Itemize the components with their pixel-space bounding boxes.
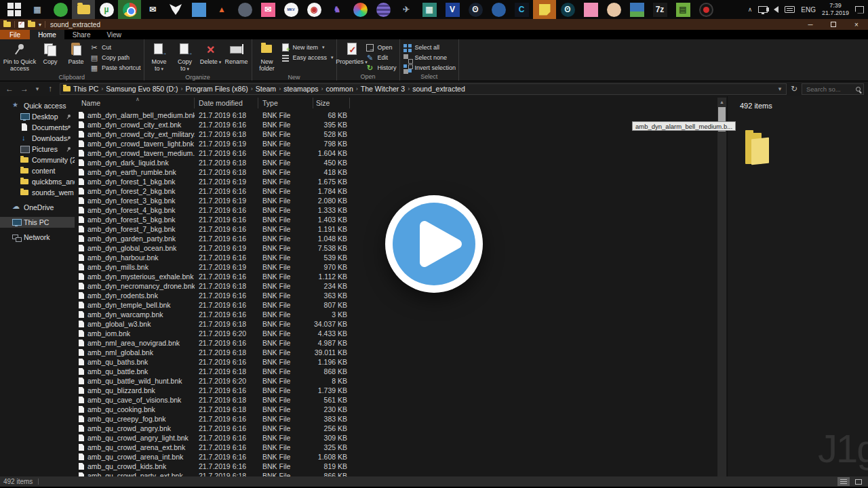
sidebar-item-content[interactable]: content <box>0 165 75 176</box>
table-row[interactable]: amb_dyn_dark_liquid.bnk21.7.2019 6:18BNK… <box>76 158 350 167</box>
up-button[interactable]: ↑ <box>45 84 56 94</box>
keyboard-icon[interactable] <box>785 6 795 13</box>
table-row[interactable]: amb_dyn_mills.bnk21.7.2019 6:19BNK File9… <box>76 262 350 272</box>
table-row[interactable]: amb_qu_crowd_angry.bnk21.7.2019 6:16BNK … <box>76 424 350 433</box>
history-button[interactable]: History <box>366 64 397 72</box>
table-row[interactable]: amb_dyn_garden_party.bnk21.7.2019 6:16BN… <box>76 234 350 243</box>
ribbon-tab-view[interactable]: View <box>99 30 130 39</box>
sidebar-item-this-pc[interactable]: This PC <box>0 217 75 228</box>
properties-button[interactable]: Properties▾ <box>340 41 364 65</box>
breadcrumb-item-steam[interactable]: Steam <box>256 85 276 93</box>
sidebar-item-downloads[interactable]: Downloads <box>0 133 75 144</box>
file-explorer-icon-slot[interactable] <box>72 0 95 19</box>
column-header-name[interactable]: Name ∧ <box>76 98 195 108</box>
breadcrumb-item-samsung-evo-850-d-[interactable]: Samsung Evo 850 (D:) <box>106 85 178 93</box>
copy-path-button[interactable]: Copy path <box>90 54 141 62</box>
sidebar-item-network[interactable]: Network <box>0 232 75 243</box>
breadcrumb-item-steamapps[interactable]: steamapps <box>283 85 318 93</box>
column-header-size[interactable]: Size <box>313 98 350 108</box>
seven-zip-icon-slot[interactable]: 7z <box>648 0 671 19</box>
address-dropdown-chevron-icon[interactable]: ▾ <box>776 85 783 92</box>
sidebar-item-onedrive[interactable]: OneDrive <box>0 202 75 213</box>
breadcrumb-item-common[interactable]: common <box>326 85 353 93</box>
table-row[interactable]: amb_dyn_earth_rumble.bnk21.7.2019 6:18BN… <box>76 167 350 177</box>
table-row[interactable]: amb_qu_creepy_fog.bnk21.7.2019 6:16BNK F… <box>76 414 350 424</box>
select-none-button[interactable]: Select none <box>403 54 456 62</box>
sidebar-item-pictures[interactable]: Pictures <box>0 144 75 155</box>
phone-icon-slot[interactable] <box>187 0 210 19</box>
rename-button[interactable]: Rename <box>224 41 249 65</box>
table-row[interactable]: amb_qu_crowd_angry_light.bnk21.7.2019 6:… <box>76 433 350 443</box>
table-row[interactable]: amb_dyn_necromancy_drone.bnk21.7.2019 6:… <box>76 281 350 291</box>
green-globe-icon-slot[interactable] <box>49 0 72 19</box>
table-row[interactable]: amb_dyn_crowd_city_ext_military.bnk21.7.… <box>76 129 350 139</box>
copy-button[interactable]: Copy <box>38 41 62 65</box>
select-all-button[interactable]: Select all <box>403 43 456 52</box>
edit-button[interactable]: Edit <box>366 54 397 62</box>
table-row[interactable]: amb_dyn_forest_2_bkg.bnk21.7.2019 6:16BN… <box>76 186 350 196</box>
vlc-cone-icon-slot[interactable]: ▲ <box>210 0 233 19</box>
invert-selection-button[interactable]: Invert selection <box>403 64 456 72</box>
sidebar-item-desktop[interactable]: Desktop <box>0 111 75 122</box>
paste-button[interactable]: Paste <box>64 41 88 65</box>
column-header-type[interactable]: Type <box>258 98 313 108</box>
paste-shortcut-button[interactable]: Paste shortcut <box>90 64 141 72</box>
column-header-date-modified[interactable]: Date modified <box>195 98 258 108</box>
close-button[interactable]: × <box>845 19 868 30</box>
sidebar-item-sounds-wem[interactable]: sounds_wem <box>0 187 75 198</box>
sidebar-item-quick-access[interactable]: Quick access <box>0 100 75 111</box>
breadcrumb-item-program-files-x86-[interactable]: Program Files (x86) <box>186 85 248 93</box>
qat-properties-icon[interactable] <box>18 22 24 28</box>
table-row[interactable]: amb_dyn_forest_3_bkg.bnk21.7.2019 6:19BN… <box>76 196 350 205</box>
table-row[interactable]: amb_dyn_temple_bell.bnk21.7.2019 6:16BNK… <box>76 300 350 310</box>
delete-button[interactable]: Delete▾ <box>199 41 223 65</box>
search-input[interactable] <box>805 85 854 94</box>
search-box[interactable] <box>802 83 864 95</box>
qat-new-folder-icon[interactable] <box>28 22 35 27</box>
table-row[interactable]: amb_qu_crowd_arena_int.bnk21.7.2019 6:16… <box>76 452 350 462</box>
cyberduck-icon-slot[interactable]: C <box>510 0 533 19</box>
purple-bird-icon-slot[interactable]: ♞ <box>326 0 349 19</box>
move-to-button[interactable]: Move to▾ <box>147 41 172 73</box>
table-row[interactable]: amb_dyn_harbour.bnk21.7.2019 6:16BNK Fil… <box>76 253 350 262</box>
steam-2-icon-slot[interactable]: ʘ <box>556 0 579 19</box>
sticky-notes-icon-slot[interactable] <box>533 0 556 19</box>
ribbon-tab-share[interactable]: Share <box>64 30 99 39</box>
table-row[interactable]: amb_dyn_crowd_tavern_light.bnk21.7.2019 … <box>76 139 350 148</box>
table-row[interactable]: amb_dyn_crowd_tavern_medium.bnk21.7.2019… <box>76 148 350 158</box>
table-row[interactable]: amb_global_w3.bnk21.7.2019 6:18BNK File3… <box>76 319 350 329</box>
pin-to-quick-access-button[interactable]: Pin to Quick access <box>3 41 37 73</box>
sidebar-item-community-2009-[interactable]: Community (2009) <box>0 155 75 165</box>
pink-mail-icon-slot[interactable]: ✉ <box>256 0 279 19</box>
clock[interactable]: 7:39 21.7.2019 <box>822 2 849 18</box>
sidebar-item-quickbms-and-scrip[interactable]: quickbms_and_scrip <box>0 176 75 187</box>
table-row[interactable]: amb_qu_cave_of_visions.bnk21.7.2019 6:18… <box>76 395 350 405</box>
table-row[interactable]: amb_qu_baths.bnk21.7.2019 6:16BNK File1.… <box>76 357 350 367</box>
table-row[interactable]: amb_dyn_forest_7_bkg.bnk21.7.2019 6:16BN… <box>76 224 350 234</box>
table-row[interactable]: amb_dyn_global_ocean.bnk21.7.2019 6:19BN… <box>76 243 350 253</box>
table-row[interactable]: amb_dyn_mysterious_exhale.bnk21.7.2019 6… <box>76 272 350 281</box>
task-view-icon-slot[interactable]: ▦ <box>26 0 49 19</box>
table-row[interactable]: amb_dyn_alarm_bell_medium.bnk21.7.2019 6… <box>76 110 350 120</box>
table-row[interactable]: amb_iom.bnk21.7.2019 6:20BNK File4.433 K… <box>76 329 350 338</box>
v-app-icon-slot[interactable]: V <box>441 0 464 19</box>
new-folder-button[interactable]: New folder <box>255 41 279 73</box>
sidebar-item-documents[interactable]: Documents <box>0 122 75 133</box>
plane-icon-slot[interactable]: ✈ <box>395 0 418 19</box>
new-item-button[interactable]: New item▾ <box>281 43 334 52</box>
discord-icon-slot[interactable] <box>233 0 256 19</box>
table-row[interactable]: amb_dyn_forest_4_bkg.bnk21.7.2019 6:16BN… <box>76 205 350 215</box>
steam-icon-slot[interactable]: ʘ <box>464 0 487 19</box>
copy-to-button[interactable]: Copy to▾ <box>173 41 197 73</box>
utorrent-icon-slot[interactable]: µ <box>95 0 118 19</box>
table-row[interactable]: amb_dyn_crowd_city_ext.bnk21.7.2019 6:16… <box>76 120 350 129</box>
breadcrumb-item-sound-extracted[interactable]: sound_extracted <box>412 85 465 93</box>
table-row[interactable]: amb_dyn_warcamp.bnk21.7.2019 6:16BNK Fil… <box>76 310 350 319</box>
scrollbar-up-icon[interactable]: ▲ <box>717 98 726 106</box>
pink-tile-icon-slot[interactable] <box>579 0 602 19</box>
recorder-icon-slot[interactable] <box>694 0 717 19</box>
language-indicator[interactable]: ENG <box>801 6 816 14</box>
easy-access-button[interactable]: Easy access▾ <box>281 54 334 62</box>
address-field[interactable]: This PC›Samsung Evo 850 (D:)›Program Fil… <box>60 83 787 95</box>
table-row[interactable]: amb_nml_global.bnk21.7.2019 6:18BNK File… <box>76 348 350 357</box>
